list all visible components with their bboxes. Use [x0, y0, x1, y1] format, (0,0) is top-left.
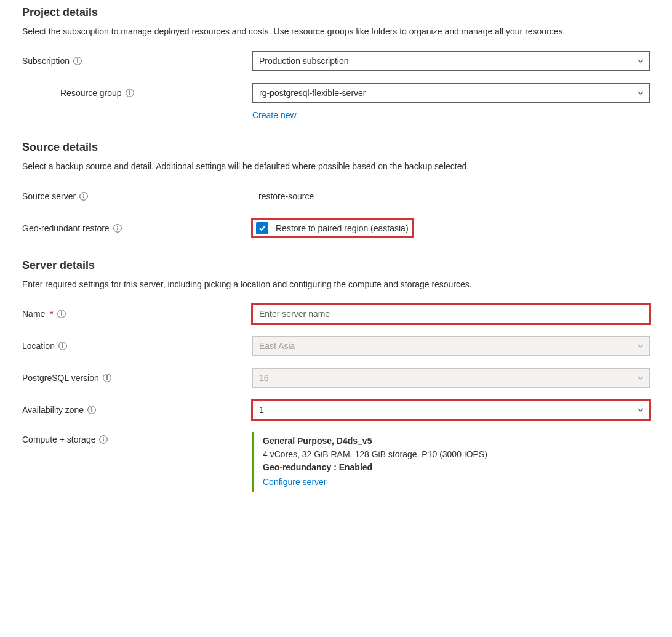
source-server-value: restore-source [252, 191, 314, 201]
location-label: Location [22, 341, 55, 351]
server-details-section: Server details Enter required settings f… [22, 259, 650, 492]
availability-zone-label: Availability zone [22, 405, 84, 415]
info-icon[interactable] [113, 224, 122, 233]
server-details-description: Enter required settings for this server,… [22, 278, 650, 290]
compute-storage-title: General Purpose, D4ds_v5 [263, 435, 650, 448]
subscription-row: Subscription Production subscription [22, 51, 650, 71]
resource-group-dropdown[interactable]: rg-postgresql-flexible-server [252, 83, 650, 103]
info-icon[interactable] [57, 310, 66, 318]
svg-rect-17 [62, 345, 63, 348]
source-server-label-col: Source server [22, 191, 252, 201]
source-server-label: Source server [22, 191, 76, 201]
location-row: Location East Asia [22, 336, 650, 356]
chevron-down-icon [637, 374, 644, 382]
source-details-section: Source details Select a backup source an… [22, 141, 650, 238]
subscription-dropdown[interactable]: Production subscription [252, 51, 650, 71]
info-icon[interactable] [103, 374, 111, 382]
chevron-down-icon [637, 342, 644, 350]
info-icon[interactable] [58, 342, 67, 350]
postgresql-version-row: PostgreSQL version 16 [22, 368, 650, 388]
info-icon[interactable] [79, 192, 88, 201]
chevron-down-icon [637, 406, 644, 414]
svg-point-4 [129, 90, 130, 92]
svg-rect-26 [103, 439, 104, 442]
svg-point-25 [103, 437, 105, 438]
source-server-row: Source server restore-source [22, 186, 650, 206]
svg-point-7 [83, 194, 84, 195]
source-details-heading: Source details [22, 141, 650, 154]
svg-rect-5 [129, 92, 130, 95]
location-label-col: Location [22, 341, 252, 351]
svg-rect-20 [106, 377, 107, 380]
geo-redundant-row: Geo-redundant restore Restore to paired … [22, 218, 650, 238]
geo-redundant-label: Geo-redundant restore [22, 223, 110, 233]
svg-point-19 [106, 375, 108, 377]
svg-point-1 [77, 58, 78, 60]
create-new-link-row: Create new [22, 106, 650, 120]
chevron-down-icon [637, 57, 644, 65]
svg-rect-2 [77, 60, 78, 63]
server-name-label: Name [22, 309, 45, 319]
checkbox-checked-icon [256, 222, 268, 234]
create-new-link[interactable]: Create new [252, 110, 297, 120]
server-name-label-col: Name * [22, 309, 252, 319]
server-name-input[interactable] [252, 304, 650, 324]
project-details-section: Project details Select the subscription … [22, 6, 650, 120]
svg-point-13 [61, 311, 62, 313]
configure-server-link[interactable]: Configure server [263, 476, 327, 489]
availability-zone-dropdown[interactable]: 1 [252, 400, 650, 420]
info-icon[interactable] [87, 406, 96, 414]
svg-point-22 [91, 407, 92, 409]
compute-storage-geo: Geo-redundancy : Enabled [263, 461, 650, 475]
chevron-down-icon [637, 89, 644, 97]
svg-point-10 [117, 226, 118, 227]
subscription-label: Subscription [22, 56, 70, 66]
compute-storage-card: General Purpose, D4ds_v5 4 vCores, 32 Gi… [252, 432, 650, 492]
postgresql-version-label-col: PostgreSQL version [22, 373, 252, 383]
subscription-label-col: Subscription [22, 56, 252, 66]
svg-rect-8 [83, 195, 84, 198]
project-details-heading: Project details [22, 6, 650, 19]
geo-redundant-label-col: Geo-redundant restore [22, 223, 252, 233]
svg-rect-14 [61, 313, 62, 316]
project-details-description: Select the subscription to manage deploy… [22, 25, 650, 38]
info-icon[interactable] [73, 57, 82, 65]
compute-storage-row: Compute + storage General Purpose, D4ds_… [22, 432, 650, 492]
geo-redundant-checkbox-label: Restore to paired region (eastasia) [276, 223, 409, 233]
svg-point-16 [62, 343, 63, 345]
required-asterisk: * [50, 309, 53, 319]
location-dropdown-value: East Asia [259, 341, 295, 351]
svg-rect-11 [117, 227, 118, 230]
compute-storage-label: Compute + storage [22, 435, 95, 444]
geo-redundant-checkbox-wrap[interactable]: Restore to paired region (eastasia) [252, 220, 412, 237]
subscription-dropdown-value: Production subscription [259, 56, 349, 66]
resource-group-label: Resource group [60, 88, 122, 98]
compute-storage-label-col: Compute + storage [22, 432, 252, 444]
resource-group-label-col: Resource group [22, 88, 252, 98]
location-dropdown: East Asia [252, 336, 650, 356]
postgresql-version-dropdown-value: 16 [259, 373, 269, 383]
availability-zone-label-col: Availability zone [22, 405, 252, 415]
svg-rect-23 [91, 409, 92, 412]
source-details-description: Select a backup source and detail. Addit… [22, 160, 650, 172]
resource-group-dropdown-value: rg-postgresql-flexible-server [259, 88, 366, 98]
info-icon[interactable] [99, 435, 108, 444]
postgresql-version-label: PostgreSQL version [22, 373, 99, 383]
postgresql-version-dropdown: 16 [252, 368, 650, 388]
tree-connector-icon [31, 71, 53, 95]
compute-storage-specs: 4 vCores, 32 GiB RAM, 128 GiB storage, P… [263, 448, 650, 462]
server-name-row: Name * [22, 304, 650, 324]
availability-zone-row: Availability zone 1 [22, 400, 650, 420]
server-details-heading: Server details [22, 259, 650, 272]
availability-zone-dropdown-value: 1 [259, 405, 264, 415]
info-icon[interactable] [126, 89, 134, 97]
resource-group-row: Resource group rg-postgresql-flexible-se… [22, 83, 650, 103]
